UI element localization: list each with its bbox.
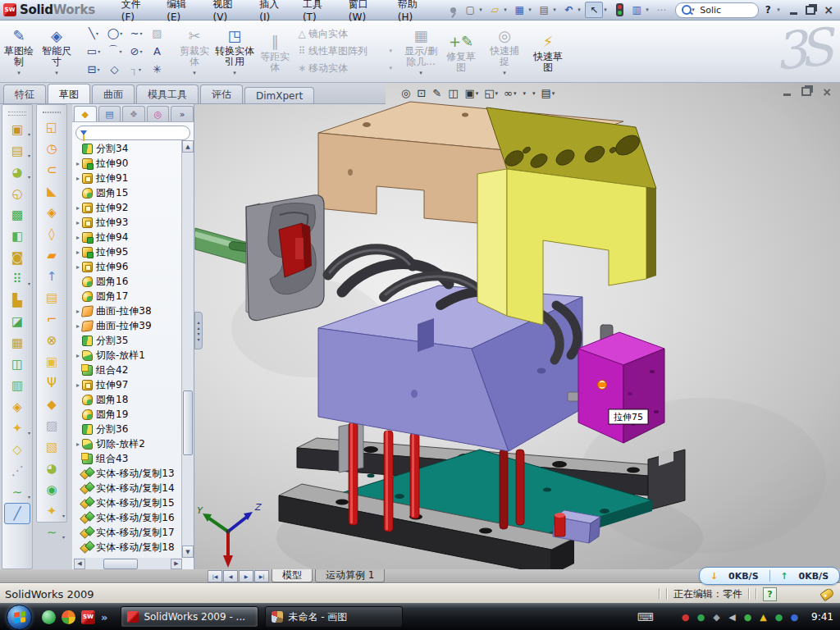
rib-icon[interactable]: ▙	[4, 290, 30, 311]
launcher-icon[interactable]	[62, 610, 75, 624]
search-input[interactable]	[698, 4, 741, 16]
network-phone-icon[interactable]: ●	[742, 612, 754, 623]
repair-sketch-button[interactable]: +✎ 修复草图	[442, 29, 480, 74]
graphics-area[interactable]: Y Z X 拉伸75 ◎ ⊡ ✎ ◫ ▣▾ ◱▾	[194, 82, 840, 569]
revolved-surface-icon[interactable]: ◷	[39, 138, 65, 159]
side-core-block[interactable]	[578, 332, 664, 443]
text-tool[interactable]: A	[147, 42, 168, 60]
tree-item[interactable]: ▸ 拉伸93	[74, 215, 182, 230]
delete-hole-icon[interactable]: ✦▾	[39, 500, 65, 522]
panel-splitter[interactable]: ▴▴▾▾	[194, 312, 203, 349]
scroll-right-icon[interactable]: ▶	[171, 559, 182, 569]
slot-tool[interactable]: ⊟▾	[83, 60, 104, 78]
expand-arrow-icon[interactable]: ▸	[74, 160, 82, 167]
volume-icon[interactable]: ◀	[726, 612, 738, 623]
stub-pin[interactable]	[555, 513, 565, 536]
smart-dimension-button[interactable]: ◈ 智能尺寸▾	[38, 23, 75, 80]
extruded-surface-icon[interactable]: ◱	[39, 116, 65, 138]
tree-item[interactable]: ▸ 拉伸97	[74, 377, 182, 392]
section-view-icon[interactable]: ◫	[446, 86, 460, 100]
featuremanager-tab[interactable]: ◆	[74, 106, 97, 121]
line-tool[interactable]: ╲▾	[83, 24, 104, 42]
tree-horizontal-scrollbar[interactable]: ◀ ▶	[74, 558, 182, 569]
doc-minimize-button[interactable]	[783, 94, 791, 96]
forward-button[interactable]: ▶|	[254, 570, 269, 582]
delete-face-icon[interactable]: ⊗	[39, 330, 65, 351]
model-tab[interactable]: 模型	[272, 569, 313, 582]
tree-item[interactable]: 组合43	[74, 451, 182, 466]
options-icon[interactable]: ▥	[628, 2, 645, 17]
command-tab[interactable]: 模具工具	[136, 84, 199, 103]
expand-arrow-icon[interactable]: ▸	[74, 219, 82, 226]
extruded-boss-icon[interactable]: ▣▾	[4, 119, 30, 140]
linear-sketch-pattern-button[interactable]: ⠿线性草图阵列▾	[295, 43, 392, 58]
command-tab[interactable]: 曲面	[92, 84, 135, 103]
menu-item[interactable]: 插入(I)	[251, 0, 294, 23]
nozzle-block[interactable]	[246, 195, 324, 321]
spline-tool[interactable]: ∼▾	[126, 24, 147, 42]
open-document-icon[interactable]: ▱	[486, 2, 503, 17]
view-annotations-icon[interactable]: ▤▾	[539, 86, 556, 100]
yoke-bracket[interactable]	[477, 107, 656, 325]
menu-item[interactable]: 文件(F)	[113, 0, 159, 23]
expand-arrow-icon[interactable]: ▸	[74, 204, 82, 212]
point-tool[interactable]: ✳	[147, 60, 168, 78]
expand-arrow-icon[interactable]: ▸	[74, 249, 82, 256]
keyboard-layout-icon[interactable]: ⌨	[637, 610, 654, 623]
hide-show-items-icon[interactable]: ∞▾	[502, 86, 518, 100]
propertymanager-tab[interactable]: ▤	[98, 106, 121, 121]
prev-button[interactable]: ◀	[223, 570, 238, 582]
filled-surface-icon[interactable]: ◊	[39, 223, 65, 244]
tree-item[interactable]: ▸ 切除-放样1	[74, 348, 182, 363]
tree-item[interactable]: 实体-移动/复制14	[74, 481, 182, 495]
rebuild-icon[interactable]	[611, 2, 628, 17]
draft-icon[interactable]: ◪	[4, 311, 30, 332]
instant3d-icon[interactable]: ╱	[4, 503, 30, 524]
menu-item[interactable]: 窗口(W)	[340, 0, 390, 23]
curve-icon[interactable]: ∼▾	[4, 482, 30, 503]
undo-icon[interactable]: ↶	[560, 2, 577, 17]
tree-item[interactable]: 分割36	[74, 422, 182, 436]
selection-filter-icon[interactable]: ⋯	[653, 2, 669, 17]
move-surface-icon[interactable]: ◆	[39, 394, 65, 415]
toolbar-grip[interactable]	[8, 112, 26, 116]
lofted-surface-icon[interactable]: ◣	[39, 180, 65, 202]
tree-item[interactable]: 圆角16	[74, 274, 182, 289]
expand-arrow-icon[interactable]: ▸	[74, 381, 82, 389]
close-button[interactable]: ×	[824, 6, 833, 14]
task-button[interactable]: 未命名 - 画图	[265, 606, 403, 628]
move-copy-body-icon[interactable]: ◈	[4, 396, 30, 418]
polygon-tool[interactable]: ◇	[104, 60, 126, 78]
sketch-button[interactable]: ✎ 草图绘制▾	[0, 23, 38, 80]
pin-toolbar-icon[interactable]	[445, 2, 461, 17]
quick-launch-overflow-icon[interactable]: »	[101, 611, 107, 623]
wireless-warning-icon[interactable]: ▲	[757, 612, 769, 623]
swept-surface-icon[interactable]: ⊂	[39, 159, 65, 180]
command-tab[interactable]: 特征	[3, 84, 46, 103]
fillet-icon[interactable]: ◕▾	[4, 162, 30, 183]
quick-tips-icon[interactable]: ?	[763, 587, 777, 601]
dimxpertmanager-tab[interactable]: ◎	[147, 106, 170, 121]
rewind-button[interactable]: |◀	[208, 570, 222, 582]
model-tab[interactable]: 运动算例 1	[315, 569, 385, 582]
tree-item[interactable]: 分割35	[74, 333, 182, 348]
freeform-icon[interactable]: ↑	[39, 266, 65, 287]
sync-status-icon[interactable]: ●	[788, 612, 801, 623]
shaded-contour-tool[interactable]: ▨	[147, 24, 168, 42]
extruded-cut-icon[interactable]: ▤▾	[4, 140, 30, 162]
tree-item[interactable]: ▸ 拉伸91	[74, 171, 182, 185]
tree-item[interactable]: 实体-移动/复制16	[74, 510, 182, 525]
zoom-fit-icon[interactable]: ◎	[399, 86, 413, 100]
menu-item[interactable]: 工具(T)	[294, 0, 340, 23]
centerline-icon[interactable]: ⋰	[4, 460, 30, 482]
menu-item[interactable]: 编辑(E)	[158, 0, 204, 23]
next-button[interactable]: ▶	[239, 570, 253, 582]
configurationmanager-tab[interactable]: ❖	[122, 106, 145, 121]
tree-item[interactable]: 组合42	[74, 363, 182, 377]
imported-body-icon[interactable]: ◇	[4, 439, 30, 460]
ellipse-tool[interactable]: ⊘▾	[126, 42, 147, 60]
manager-overflow-button[interactable]: »	[171, 106, 194, 121]
bent-surface-icon[interactable]: ⌐	[39, 308, 65, 330]
tree-item[interactable]: 实体-移动/复制13	[74, 466, 182, 481]
tree-item[interactable]: 圆角15	[74, 185, 182, 200]
